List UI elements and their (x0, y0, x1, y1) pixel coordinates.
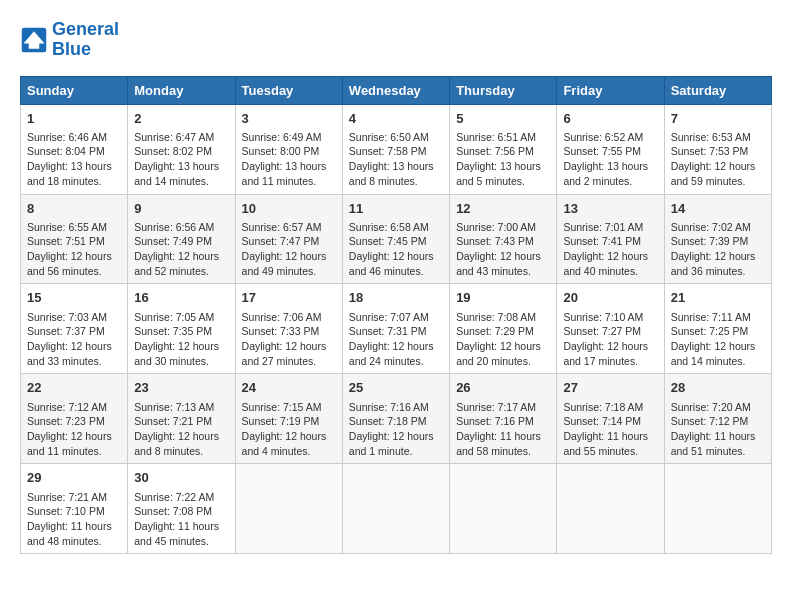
cell-line: Sunset: 7:25 PM (671, 324, 765, 339)
cell-line: and 36 minutes. (671, 264, 765, 279)
cell-line: Daylight: 12 hours (27, 429, 121, 444)
cell-line: and 33 minutes. (27, 354, 121, 369)
calendar-cell: 18Sunrise: 7:07 AMSunset: 7:31 PMDayligh… (342, 284, 449, 374)
week-row-3: 15Sunrise: 7:03 AMSunset: 7:37 PMDayligh… (21, 284, 772, 374)
cell-line: and 43 minutes. (456, 264, 550, 279)
cell-line: Daylight: 12 hours (27, 249, 121, 264)
cell-line: Daylight: 11 hours (456, 429, 550, 444)
cell-line: Sunrise: 7:13 AM (134, 400, 228, 415)
calendar-cell: 14Sunrise: 7:02 AMSunset: 7:39 PMDayligh… (664, 194, 771, 284)
logo: General Blue (20, 20, 119, 60)
cell-line: Sunrise: 7:03 AM (27, 310, 121, 325)
cell-line: Sunset: 7:29 PM (456, 324, 550, 339)
calendar-cell: 5Sunrise: 6:51 AMSunset: 7:56 PMDaylight… (450, 104, 557, 194)
cell-line: Sunrise: 7:21 AM (27, 490, 121, 505)
cell-line: Daylight: 13 hours (563, 159, 657, 174)
calendar-cell: 21Sunrise: 7:11 AMSunset: 7:25 PMDayligh… (664, 284, 771, 374)
header-row: SundayMondayTuesdayWednesdayThursdayFrid… (21, 76, 772, 104)
cell-line: Daylight: 12 hours (242, 429, 336, 444)
col-header-thursday: Thursday (450, 76, 557, 104)
day-number: 24 (242, 379, 336, 397)
day-number: 11 (349, 200, 443, 218)
cell-line: Daylight: 12 hours (563, 249, 657, 264)
cell-line: Daylight: 12 hours (349, 339, 443, 354)
cell-line: Sunset: 7:39 PM (671, 234, 765, 249)
cell-line: Daylight: 12 hours (27, 339, 121, 354)
cell-line: Sunrise: 6:52 AM (563, 130, 657, 145)
cell-line: Sunset: 7:10 PM (27, 504, 121, 519)
cell-line: Daylight: 12 hours (456, 339, 550, 354)
cell-line: and 4 minutes. (242, 444, 336, 459)
calendar-cell: 28Sunrise: 7:20 AMSunset: 7:12 PMDayligh… (664, 374, 771, 464)
calendar-cell: 4Sunrise: 6:50 AMSunset: 7:58 PMDaylight… (342, 104, 449, 194)
cell-line: Sunrise: 6:51 AM (456, 130, 550, 145)
day-number: 25 (349, 379, 443, 397)
cell-line: Sunrise: 7:01 AM (563, 220, 657, 235)
cell-line: and 2 minutes. (563, 174, 657, 189)
calendar-cell: 9Sunrise: 6:56 AMSunset: 7:49 PMDaylight… (128, 194, 235, 284)
cell-line: Sunset: 7:23 PM (27, 414, 121, 429)
day-number: 23 (134, 379, 228, 397)
day-number: 16 (134, 289, 228, 307)
day-number: 12 (456, 200, 550, 218)
cell-line: and 48 minutes. (27, 534, 121, 549)
cell-line: Sunset: 7:31 PM (349, 324, 443, 339)
cell-line: Sunrise: 7:05 AM (134, 310, 228, 325)
cell-line: Daylight: 12 hours (134, 429, 228, 444)
calendar-cell: 15Sunrise: 7:03 AMSunset: 7:37 PMDayligh… (21, 284, 128, 374)
cell-line: Sunrise: 6:55 AM (27, 220, 121, 235)
cell-line: Sunset: 7:19 PM (242, 414, 336, 429)
col-header-friday: Friday (557, 76, 664, 104)
cell-line: Sunset: 7:33 PM (242, 324, 336, 339)
cell-line: Sunrise: 7:11 AM (671, 310, 765, 325)
col-header-saturday: Saturday (664, 76, 771, 104)
cell-line: Daylight: 13 hours (456, 159, 550, 174)
cell-line: and 18 minutes. (27, 174, 121, 189)
day-number: 10 (242, 200, 336, 218)
calendar-cell: 20Sunrise: 7:10 AMSunset: 7:27 PMDayligh… (557, 284, 664, 374)
cell-line: and 20 minutes. (456, 354, 550, 369)
calendar-table: SundayMondayTuesdayWednesdayThursdayFrid… (20, 76, 772, 555)
cell-line: Daylight: 11 hours (563, 429, 657, 444)
calendar-cell: 6Sunrise: 6:52 AMSunset: 7:55 PMDaylight… (557, 104, 664, 194)
cell-line: Daylight: 12 hours (671, 249, 765, 264)
cell-line: Sunset: 7:08 PM (134, 504, 228, 519)
day-number: 5 (456, 110, 550, 128)
calendar-cell: 2Sunrise: 6:47 AMSunset: 8:02 PMDaylight… (128, 104, 235, 194)
day-number: 3 (242, 110, 336, 128)
cell-line: Daylight: 11 hours (27, 519, 121, 534)
calendar-cell (235, 464, 342, 554)
day-number: 9 (134, 200, 228, 218)
cell-line: and 17 minutes. (563, 354, 657, 369)
cell-line: Sunrise: 7:12 AM (27, 400, 121, 415)
cell-line: and 24 minutes. (349, 354, 443, 369)
cell-line: Sunset: 7:58 PM (349, 144, 443, 159)
col-header-sunday: Sunday (21, 76, 128, 104)
day-number: 1 (27, 110, 121, 128)
calendar-cell: 8Sunrise: 6:55 AMSunset: 7:51 PMDaylight… (21, 194, 128, 284)
cell-line: Sunset: 7:41 PM (563, 234, 657, 249)
cell-line: Daylight: 13 hours (134, 159, 228, 174)
cell-line: Daylight: 11 hours (134, 519, 228, 534)
calendar-cell: 19Sunrise: 7:08 AMSunset: 7:29 PMDayligh… (450, 284, 557, 374)
day-number: 20 (563, 289, 657, 307)
cell-line: Sunset: 7:12 PM (671, 414, 765, 429)
cell-line: Sunset: 7:47 PM (242, 234, 336, 249)
cell-line: Sunrise: 7:02 AM (671, 220, 765, 235)
calendar-cell: 27Sunrise: 7:18 AMSunset: 7:14 PMDayligh… (557, 374, 664, 464)
cell-line: Sunset: 7:21 PM (134, 414, 228, 429)
cell-line: Sunrise: 7:18 AM (563, 400, 657, 415)
cell-line: Sunset: 7:16 PM (456, 414, 550, 429)
calendar-cell: 16Sunrise: 7:05 AMSunset: 7:35 PMDayligh… (128, 284, 235, 374)
cell-line: and 14 minutes. (134, 174, 228, 189)
cell-line: Daylight: 11 hours (671, 429, 765, 444)
cell-line: Sunrise: 6:47 AM (134, 130, 228, 145)
cell-line: Sunrise: 6:53 AM (671, 130, 765, 145)
calendar-cell: 23Sunrise: 7:13 AMSunset: 7:21 PMDayligh… (128, 374, 235, 464)
cell-line: and 58 minutes. (456, 444, 550, 459)
day-number: 8 (27, 200, 121, 218)
cell-line: Sunset: 7:35 PM (134, 324, 228, 339)
cell-line: Sunrise: 7:16 AM (349, 400, 443, 415)
cell-line: and 1 minute. (349, 444, 443, 459)
col-header-wednesday: Wednesday (342, 76, 449, 104)
